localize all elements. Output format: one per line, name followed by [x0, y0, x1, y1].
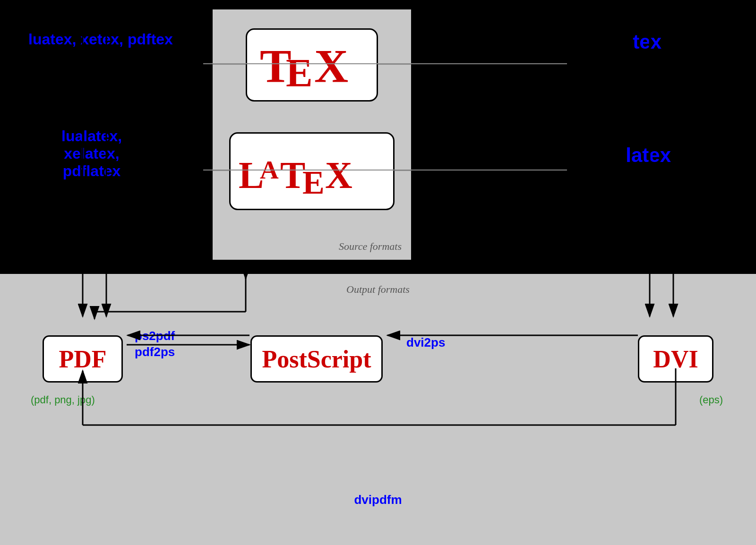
latex-logo-svg: L A T E X [239, 141, 385, 202]
lualatex-label: lualatex,xelatex,pdflatex [61, 128, 122, 180]
svg-text:A: A [260, 155, 279, 184]
luatex-label: luatex, xetex, pdftex [28, 31, 173, 48]
svg-text:E: E [286, 51, 313, 94]
bottom-section: Output formats PDF PostScript DVI ps2pdf… [0, 274, 756, 545]
output-formats-label: Output formats [346, 283, 410, 296]
dvipdfm-label: dvipdfm [354, 493, 402, 507]
postscript-box: PostScript [250, 335, 383, 383]
svg-text:X: X [314, 40, 348, 92]
latex-label: latex [626, 144, 671, 167]
pdf-file-types: (pdf, png, jpg) [31, 392, 95, 408]
dvi-box: DVI [638, 335, 713, 383]
source-formats-box: T E X L A T E X Source formats [213, 9, 411, 260]
svg-text:X: X [325, 154, 352, 196]
eps-file-type: (eps) [699, 392, 723, 408]
svg-text:E: E [302, 164, 325, 201]
ps2pdf-label: ps2pdf pdf2ps [135, 328, 175, 360]
tex-logo-svg: T E X [255, 37, 369, 94]
tex-logo-box: T E X [246, 28, 378, 102]
dvi2ps-label: dvi2ps [406, 335, 445, 350]
source-formats-label: Source formats [339, 240, 402, 253]
tex-label: tex [633, 31, 662, 53]
svg-text:T: T [280, 154, 305, 196]
latex-logo-box: L A T E X [229, 132, 395, 210]
pdf-box: PDF [43, 335, 123, 383]
